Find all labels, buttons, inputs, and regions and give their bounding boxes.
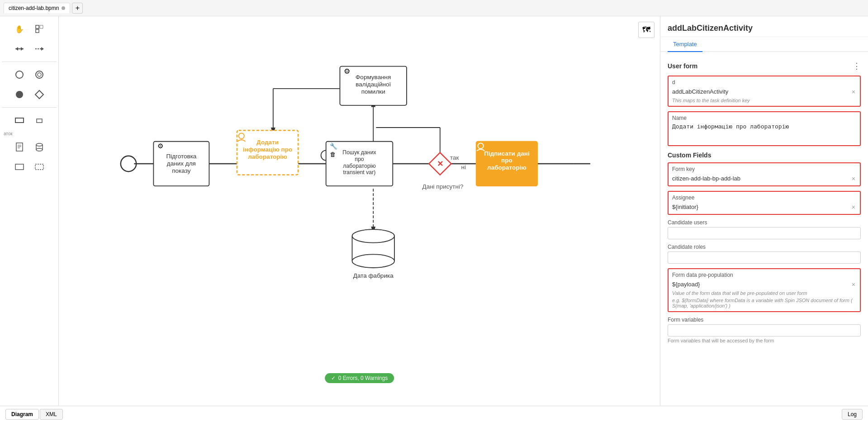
id-field-input[interactable]	[672, 87, 851, 96]
toolbar-row-5	[2, 111, 57, 129]
user-form-title: User form	[668, 62, 697, 70]
form-data-input[interactable]	[672, 280, 851, 289]
svg-text:валідаційної: валідаційної	[356, 81, 391, 88]
svg-text:transient var): transient var)	[343, 169, 376, 175]
assignee-label: Assignee	[672, 194, 856, 201]
check-icon: ✓	[331, 375, 336, 381]
svg-text:лабораторію: лабораторію	[343, 163, 375, 169]
toolbar-row-1: ✋	[2, 20, 57, 38]
file-tab[interactable]: citizen-add-lab.bpmn	[4, 3, 70, 13]
bold-circle-button[interactable]	[10, 85, 28, 104]
arrow-tool-button[interactable]	[10, 40, 28, 58]
assignee-field-group: Assignee ×	[668, 191, 861, 215]
dotted-rect-button[interactable]	[30, 158, 48, 176]
svg-point-9	[36, 71, 43, 78]
form-key-row: ×	[672, 174, 856, 183]
form-key-field-group: Form key ×	[668, 162, 861, 186]
panel-tabs: Template	[660, 37, 868, 52]
svg-rect-2	[36, 29, 39, 33]
id-field-hint: This maps to the task definition key	[672, 98, 856, 103]
ring-tool-button[interactable]	[30, 66, 48, 84]
candidate-roles-input[interactable]	[668, 251, 861, 264]
rectangle-tool-button[interactable]	[10, 111, 28, 129]
name-field-group: Name Додати інформацію про лабораторію	[668, 111, 861, 146]
tab-template[interactable]: Template	[668, 37, 702, 52]
svg-rect-14	[37, 119, 42, 123]
add-tab-button[interactable]: +	[72, 3, 83, 14]
assignee-input[interactable]	[672, 203, 851, 211]
svg-point-19	[36, 143, 43, 146]
svg-text:про: про	[501, 157, 512, 164]
svg-text:лабораторію: лабораторію	[487, 164, 526, 171]
map-icon-button[interactable]: 🗺	[638, 22, 655, 38]
doc-tool-button[interactable]	[10, 138, 28, 156]
bpmn-diagram: так ні Дані присутні? Підготовка	[59, 16, 660, 406]
svg-rect-24	[35, 164, 43, 170]
rect-tool-button2[interactable]	[10, 158, 28, 176]
bottom-bar: Diagram XML Log	[0, 406, 868, 422]
svg-text:Дані присутні?: Дані присутні?	[422, 183, 463, 190]
circle-tool-button[interactable]	[10, 66, 28, 84]
form-key-clear-button[interactable]: ×	[851, 175, 856, 182]
svg-text:Пошук даних: Пошук даних	[342, 149, 376, 156]
user-form-section-header: User form ⋮	[668, 61, 861, 71]
form-key-input[interactable]	[672, 174, 851, 183]
tab-dot	[62, 6, 65, 10]
crosshair-tool-button[interactable]	[30, 20, 48, 38]
svg-rect-1	[40, 25, 43, 28]
id-clear-button[interactable]: ×	[851, 88, 856, 95]
form-variables-label: Form variables	[668, 317, 861, 323]
small-rect-button[interactable]	[30, 111, 48, 129]
svg-text:Формування: Формування	[356, 74, 391, 81]
log-button[interactable]: Log	[842, 409, 863, 420]
toolbar-row-7	[2, 158, 57, 176]
candidate-roles-label: Candidate roles	[668, 244, 861, 250]
svg-text:Підготовка: Підготовка	[166, 153, 196, 160]
svg-text:✕: ✕	[437, 159, 443, 168]
svg-marker-4	[21, 47, 24, 51]
svg-text:лабораторію: лабораторію	[248, 153, 287, 160]
form-data-field-group: Form data pre-population × Value of the …	[668, 268, 861, 312]
form-variables-hint: Form variables that will be accessed by …	[668, 338, 861, 343]
svg-point-11	[16, 91, 23, 98]
assignee-row: ×	[672, 203, 856, 211]
diamond-tool-button[interactable]	[30, 85, 48, 104]
svg-point-8	[16, 71, 23, 78]
properties-panel: addLabCitizenActivity Template User form…	[660, 16, 868, 406]
toolbar-row-6	[2, 138, 57, 156]
svg-text:Дата фабрика: Дата фабрика	[353, 272, 394, 279]
main-area: ✋	[0, 16, 868, 406]
svg-point-10	[38, 73, 41, 76]
hand-tool-button[interactable]: ✋	[10, 20, 28, 38]
id-field-group: d × This maps to the task definition key	[668, 76, 861, 107]
svg-text:Підписати дані: Підписати дані	[484, 150, 529, 157]
name-field-textarea[interactable]: Додати інформацію про лабораторію	[672, 123, 856, 141]
dotted-arrow-button[interactable]	[30, 40, 48, 58]
assignee-clear-button[interactable]: ×	[851, 204, 856, 211]
form-key-label: Form key	[672, 166, 856, 172]
svg-text:🔧: 🔧	[330, 142, 337, 150]
form-data-hint: Value of the form data that will be pre-…	[672, 290, 856, 296]
candidate-users-group: Candidate users	[668, 219, 861, 239]
form-variables-group: Form variables Form variables that will …	[668, 317, 861, 343]
cylinder-tool-button[interactable]	[30, 138, 48, 156]
svg-point-81	[352, 229, 394, 243]
form-data-row: ×	[672, 280, 856, 289]
svg-text:🗑: 🗑	[330, 151, 336, 158]
toolbar-sep-1	[2, 62, 57, 62]
toolbar-row-2	[2, 40, 57, 58]
diagram-tab[interactable]: Diagram	[5, 409, 39, 420]
id-field-label: d	[672, 79, 856, 85]
svg-text:інформацію про: інформацію про	[243, 146, 292, 153]
status-badge: ✓ 0 Errors, 0 Warnings	[325, 373, 394, 383]
custom-fields-title: Custom Fields	[668, 152, 861, 159]
candidate-users-input[interactable]	[668, 227, 861, 239]
file-tab-label: citizen-add-lab.bpmn	[9, 5, 59, 11]
form-data-clear-button[interactable]: ×	[851, 281, 856, 288]
top-bar: citizen-add-lab.bpmn +	[0, 0, 868, 16]
svg-text:помилки: помилки	[361, 88, 385, 95]
section-menu-button[interactable]: ⋮	[853, 61, 861, 71]
svg-text:про: про	[355, 156, 364, 162]
form-variables-input[interactable]	[668, 324, 861, 337]
xml-tab[interactable]: XML	[40, 409, 63, 420]
